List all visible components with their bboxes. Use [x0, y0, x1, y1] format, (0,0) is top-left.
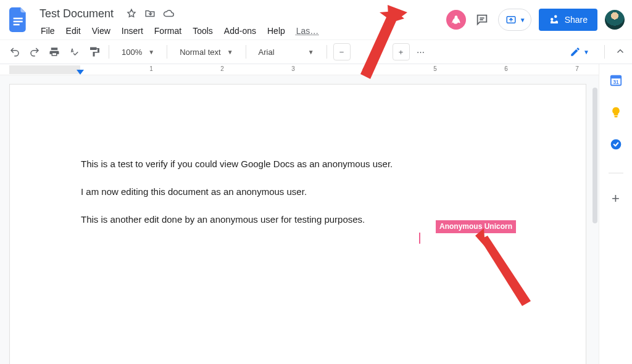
menu-view[interactable]: View: [87, 23, 115, 38]
cloud-status-icon[interactable]: [163, 8, 174, 19]
svg-rect-7: [610, 76, 621, 79]
indent-marker[interactable]: [77, 69, 84, 74]
menu-help[interactable]: Help: [262, 23, 290, 38]
menu-addons[interactable]: Add-ons: [219, 23, 261, 38]
menu-last-edit[interactable]: Las…: [291, 23, 324, 38]
separator: [246, 45, 246, 59]
keep-addon-icon[interactable]: [609, 105, 623, 120]
separator: [609, 173, 623, 173]
undo-button[interactable]: [6, 43, 23, 60]
ruler-number: 4: [362, 65, 366, 72]
ruler-margin: [9, 65, 80, 74]
zoom-select[interactable]: 100%▼: [115, 43, 160, 60]
caret-down-icon: ▼: [148, 49, 154, 56]
star-icon[interactable]: [126, 8, 137, 19]
ruler-number: 3: [291, 65, 295, 72]
more-toolbar-button[interactable]: ⋯: [412, 43, 430, 60]
calendar-addon-icon[interactable]: 31: [609, 73, 623, 88]
present-button[interactable]: ▼: [498, 9, 531, 31]
menu-format[interactable]: Format: [149, 23, 186, 38]
font-select[interactable]: Arial▼: [252, 43, 320, 60]
account-avatar[interactable]: [605, 10, 625, 30]
paragraph[interactable]: This is a test to verify if you could vi…: [81, 157, 527, 170]
paragraph[interactable]: I am now editing this document as an ano…: [81, 185, 527, 198]
paragraph-style-select[interactable]: Normal text▼: [173, 43, 239, 60]
caret-down-icon: ▼: [583, 49, 589, 56]
share-label: Share: [565, 15, 588, 25]
collaborator-cursor: [419, 233, 420, 244]
menu-insert[interactable]: Insert: [117, 23, 148, 38]
share-button[interactable]: Share: [539, 9, 597, 31]
separator: [604, 45, 605, 59]
document-canvas[interactable]: This is a test to verify if you could vi…: [0, 75, 599, 364]
toolbar: 100%▼ Normal text▼ Arial▼ − + ⋯ ▼: [0, 39, 632, 64]
caret-down-icon: ▼: [308, 49, 314, 56]
caret-down-icon: ▼: [227, 49, 233, 56]
separator: [109, 45, 109, 59]
get-addons-button[interactable]: +: [612, 191, 620, 207]
editing-mode-button[interactable]: ▼: [565, 44, 594, 60]
zoom-value: 100%: [122, 48, 142, 57]
side-panel: 31 +: [599, 64, 632, 364]
font-value: Arial: [259, 48, 275, 57]
menu-file[interactable]: File: [36, 23, 60, 38]
ruler-number: 5: [433, 65, 437, 72]
font-size-increase[interactable]: +: [393, 43, 410, 60]
paint-format-button[interactable]: [85, 43, 102, 60]
scrollbar-thumb[interactable]: [592, 88, 597, 223]
svg-text:31: 31: [613, 80, 619, 85]
docs-logo[interactable]: [7, 5, 30, 35]
collaborator-label: Anonymous Unicorn: [436, 220, 516, 233]
menu-edit[interactable]: Edit: [61, 23, 86, 38]
print-button[interactable]: [46, 43, 63, 60]
caret-down-icon: ▼: [520, 17, 526, 23]
ruler-number: 1: [149, 65, 153, 72]
hide-menus-button[interactable]: [615, 46, 626, 59]
move-icon[interactable]: [144, 8, 156, 19]
spellcheck-button[interactable]: [65, 43, 83, 60]
svg-rect-1: [14, 21, 23, 23]
svg-rect-0: [14, 18, 23, 20]
menu-tools[interactable]: Tools: [188, 23, 218, 38]
style-value: Normal text: [180, 48, 220, 57]
open-comments-icon[interactable]: [473, 11, 491, 28]
horizontal-ruler[interactable]: 1 2 3 4 5 6 7: [0, 64, 599, 75]
document-title[interactable]: Test Document: [36, 7, 117, 20]
ruler-number: 6: [504, 65, 508, 72]
font-size-decrease[interactable]: −: [333, 43, 351, 60]
separator: [167, 45, 167, 59]
separator: [326, 45, 327, 59]
svg-rect-2: [14, 24, 20, 26]
tasks-addon-icon[interactable]: [609, 137, 623, 152]
document-page[interactable]: This is a test to verify if you could vi…: [9, 84, 586, 364]
svg-rect-9: [614, 116, 617, 118]
redo-button[interactable]: [26, 43, 43, 60]
ruler-number: 2: [220, 65, 224, 72]
ruler-number: 7: [575, 65, 579, 72]
anonymous-user-avatar[interactable]: [446, 10, 466, 30]
